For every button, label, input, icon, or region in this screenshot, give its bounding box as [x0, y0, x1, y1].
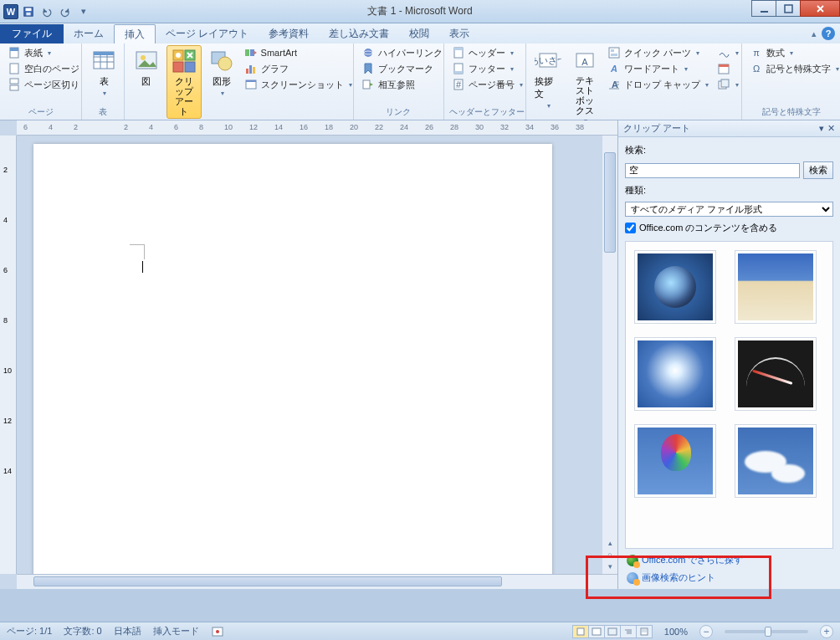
clipart-result-sun[interactable]: [634, 337, 716, 411]
undo-button[interactable]: [38, 3, 55, 20]
horizontal-scrollbar[interactable]: [17, 574, 617, 589]
zoom-level[interactable]: 100%: [664, 627, 688, 637]
clipart-result-clouds[interactable]: [735, 424, 817, 498]
minimize-button[interactable]: [751, 0, 776, 17]
screenshot-button[interactable]: スクリーンショット▾: [242, 77, 355, 92]
equation-label: 数式: [766, 47, 785, 59]
hscroll-thumb[interactable]: [33, 576, 502, 586]
horizontal-ruler[interactable]: 6422468101214161820222426283032343638: [17, 120, 617, 136]
datetime-button[interactable]: [715, 61, 741, 76]
view-web-layout[interactable]: [604, 625, 621, 638]
quickparts-button[interactable]: クイック パーツ▾: [605, 45, 711, 60]
status-page[interactable]: ページ: 1/1: [7, 625, 52, 637]
blank-page-button[interactable]: 空白のページ: [5, 61, 82, 76]
browse-object-button[interactable]: ○: [602, 550, 617, 562]
clipart-result-fuel-gauge[interactable]: [735, 337, 817, 411]
zoom-slider[interactable]: [725, 630, 808, 633]
status-language[interactable]: 日本語: [114, 625, 141, 637]
taskpane-body: 検索: 検索 種類: すべてのメディア ファイル形式 Office.com のコ…: [618, 137, 840, 241]
include-office-checkbox-row[interactable]: Office.com のコンテンツを含める: [625, 222, 833, 234]
tab-insert[interactable]: 挿入: [114, 24, 156, 44]
svg-text:あいさつ: あいさつ: [535, 55, 561, 65]
document-scroll[interactable]: [17, 136, 617, 574]
crossref-button[interactable]: 相互参照: [359, 77, 445, 92]
svg-text:A: A: [581, 57, 588, 67]
view-print-layout[interactable]: [572, 625, 589, 638]
picture-button[interactable]: 図: [130, 45, 163, 119]
header-button[interactable]: ヘッダー▾: [449, 45, 525, 60]
next-page-button[interactable]: ▾: [602, 562, 617, 574]
redo-button[interactable]: [57, 3, 74, 20]
bookmark-button[interactable]: ブックマーク: [359, 61, 445, 76]
cover-page-button[interactable]: 表紙▾: [5, 45, 82, 60]
vertical-ruler[interactable]: 2468101214: [0, 136, 17, 574]
tab-home[interactable]: ホーム: [64, 24, 114, 44]
qat-customize[interactable]: ▾: [75, 3, 92, 20]
tab-mailings[interactable]: 差し込み文書: [319, 24, 399, 44]
taskpane-close-icon[interactable]: ✕: [827, 123, 835, 134]
sig-button[interactable]: ▾: [715, 45, 741, 60]
status-words[interactable]: 文字数: 0: [64, 625, 101, 637]
shapes-button[interactable]: 図形▾: [205, 45, 238, 119]
taskpane-title: クリップ アート: [623, 122, 690, 135]
zoom-slider-thumb[interactable]: [765, 627, 771, 637]
view-draft[interactable]: [636, 625, 653, 638]
status-mode[interactable]: 挿入モード: [153, 625, 199, 637]
svg-text:#: #: [456, 79, 462, 90]
save-button[interactable]: [20, 3, 37, 20]
wordart-button[interactable]: Aワードアート▾: [605, 61, 711, 76]
media-type-select[interactable]: すべてのメディア ファイル形式: [625, 202, 833, 217]
window-title: 文書 1 - Microsoft Word: [367, 4, 472, 18]
tab-view[interactable]: 表示: [439, 24, 479, 44]
search-input[interactable]: [625, 163, 800, 178]
symbol-button[interactable]: Ω記号と特殊文字▾: [747, 61, 840, 76]
smartart-button[interactable]: SmartArt: [242, 45, 355, 60]
dropcap-button[interactable]: Aドロップ キャップ▾: [605, 77, 711, 92]
view-outline[interactable]: [620, 625, 637, 638]
svg-rect-3: [761, 11, 768, 13]
zoom-in-button[interactable]: +: [820, 625, 833, 638]
object-button[interactable]: ▾: [715, 77, 741, 92]
view-full-screen[interactable]: [588, 625, 605, 638]
chart-button[interactable]: グラフ: [242, 61, 355, 76]
svg-rect-2: [26, 12, 30, 15]
greeting-label: 挨拶文: [535, 75, 561, 100]
tab-review[interactable]: 校閲: [399, 24, 439, 44]
maximize-button[interactable]: [776, 0, 801, 17]
zoom-out-button[interactable]: −: [699, 625, 713, 638]
vertical-scrollbar[interactable]: [602, 136, 617, 574]
include-office-checkbox[interactable]: [625, 223, 636, 233]
table-label: 表: [100, 75, 109, 88]
tab-layout[interactable]: ページ レイアウト: [156, 24, 259, 44]
prev-page-button[interactable]: ▴: [602, 539, 617, 550]
page-break-button[interactable]: ページ区切り: [5, 77, 82, 92]
close-button[interactable]: [800, 0, 840, 17]
equation-button[interactable]: π数式▾: [747, 45, 840, 60]
help-icon[interactable]: ?: [822, 27, 835, 40]
clipart-button[interactable]: クリップ アート: [166, 45, 202, 119]
search-button[interactable]: 検索: [803, 161, 833, 179]
footer-button[interactable]: フッター▾: [449, 61, 525, 76]
footer-label: フッター: [469, 63, 505, 75]
greeting-button[interactable]: あいさつ挨拶文▾: [531, 45, 565, 126]
clipart-result-beach[interactable]: [735, 250, 817, 324]
pagenum-button[interactable]: #ページ番号▾: [449, 77, 525, 92]
ribbon-minimize-icon[interactable]: ▴: [812, 28, 817, 39]
hyperlink-button[interactable]: ハイパーリンク: [359, 45, 445, 60]
clipart-results[interactable]: [625, 241, 833, 549]
page[interactable]: [33, 144, 552, 574]
clipart-result-balloon[interactable]: [634, 424, 716, 498]
table-button[interactable]: 表▾: [87, 45, 120, 105]
crossref-label: 相互参照: [378, 79, 415, 91]
macro-record-icon[interactable]: [211, 625, 224, 638]
clipart-label: クリップ アート: [171, 76, 197, 116]
picture-label: 図: [141, 75, 151, 88]
vscroll-thumb[interactable]: [604, 152, 616, 253]
textbox-button[interactable]: Aテキスト ボックス▾: [568, 45, 602, 126]
taskpane-dropdown-icon[interactable]: ▾: [819, 123, 824, 134]
clipart-result-earth[interactable]: [634, 250, 716, 324]
tab-references[interactable]: 参考資料: [259, 24, 319, 44]
office-com-link[interactable]: Office.com でさらに探す: [627, 554, 832, 566]
search-hint-link[interactable]: 画像検索のヒント: [627, 571, 832, 584]
tab-file[interactable]: ファイル: [0, 24, 64, 44]
